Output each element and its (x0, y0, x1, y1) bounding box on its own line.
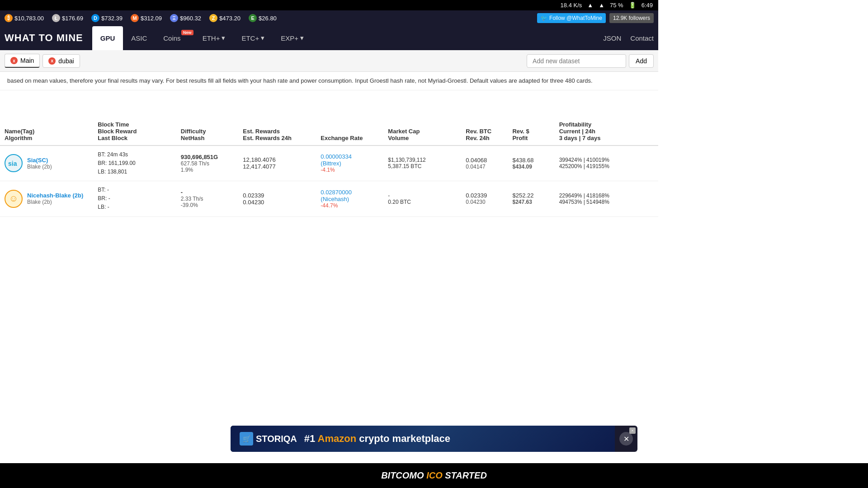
tab-main-close-icon[interactable]: x (10, 57, 18, 64)
market-cap-1: - (388, 192, 457, 199)
btc-icon: ₿ (5, 14, 13, 22)
th-algo-line2: Algorithm (5, 135, 89, 141)
nav-exp-plus[interactable]: EXP+ ▾ (273, 26, 312, 50)
coin-link-1[interactable]: Nicehash-Blake (2b) (27, 192, 83, 199)
zec-icon: Z (209, 14, 217, 22)
eth-icon: Ξ (170, 14, 178, 22)
market-cap-btc-0: 5,387.15 BTC (388, 163, 457, 169)
battery-level: 75 % (610, 2, 623, 9)
etc-icon: E (249, 14, 257, 22)
nav-eth-plus[interactable]: ETH+ ▾ (194, 26, 234, 50)
th-marketcap-label: Market Cap (388, 128, 457, 135)
twitter-icon: 🐦 (541, 15, 547, 21)
eth-plus-arrow-icon: ▾ (222, 34, 225, 42)
tab-dubai[interactable]: x dubai (42, 54, 80, 68)
exp-plus-arrow-icon: ▾ (300, 34, 304, 42)
eth-price: Ξ $960.32 (170, 14, 201, 22)
zec-value: $473.20 (219, 15, 241, 22)
th-marketcap: Market Cap Volume (383, 117, 461, 145)
tab-main-label: Main (20, 57, 34, 64)
difficulty-sub-1: 2.33 Th/s (181, 196, 234, 202)
th-last-block: Last Block (98, 135, 171, 141)
coin-link-0[interactable]: Sia(SC) (27, 157, 48, 164)
twitter-follow-section: 🐦 Follow @WhatToMine 12.9K followers (537, 13, 654, 23)
market-cap-0: $1,130,739,112 (388, 157, 457, 163)
connection-speed: 18.4 K/s (561, 2, 582, 9)
wifi-icon: ▲ (587, 2, 593, 9)
difficulty-pct-0: 1.9% (181, 167, 234, 173)
exchange-rate-link-0[interactable]: 0.00000334(Bittrex) (321, 153, 352, 167)
rewards-1: 0.02339 (243, 192, 311, 199)
table-row: ☺ Nicehash-Blake (2b) Blake (2b) BT: -BR… (0, 181, 658, 217)
th-block: Block Time Block Reward Last Block (93, 117, 176, 145)
th-revbtc-label: Rev. BTC (466, 128, 503, 135)
profitability-current-1: 229649% | 418168% (559, 192, 654, 199)
th-name: Name(Tag) Algorithm (0, 117, 93, 145)
algo-text-1: Blake (2b) (27, 199, 83, 205)
rev-24h-1: 0.04230 (466, 199, 503, 205)
nav-etc-plus-label: ETC+ (241, 34, 259, 42)
rewards-0: 12,180.4076 (243, 156, 311, 163)
nav-etc-plus[interactable]: ETC+ ▾ (233, 26, 273, 50)
exchange-change-0: -4.1% (321, 167, 379, 173)
th-exchange: Exchange Rate (316, 117, 383, 145)
xmr-icon: M (131, 14, 139, 22)
nav-gpu[interactable]: GPU (92, 26, 123, 50)
nav-asic[interactable]: ASIC (123, 26, 155, 50)
add-dataset-button[interactable]: Add (629, 54, 654, 68)
twitter-follow-button[interactable]: 🐦 Follow @WhatToMine (537, 13, 606, 23)
etc-value: $26.80 (259, 15, 277, 22)
rev-24h-0: 0.04147 (466, 164, 503, 170)
nav-json[interactable]: JSON (603, 34, 621, 42)
site-title: WHAT TO MINE (5, 26, 92, 50)
exchange-rate-link-1[interactable]: 0.02870000(Nicehash) (321, 189, 352, 202)
coin-logo-nicehash: ☺ (5, 190, 23, 208)
nav-bar: WHAT TO MINE GPU ASIC Coins New ETH+ ▾ E… (0, 26, 658, 50)
difficulty-pct-1: -39.0% (181, 202, 234, 208)
rewards-24h-1: 0.04230 (243, 199, 311, 206)
th-profit-label: Profit (512, 135, 550, 141)
profitability-days-0: 425200% | 419155% (559, 163, 654, 169)
th-profitability: Profitability Current | 24h 3 days | 7 d… (555, 117, 658, 145)
clock: 6:49 (642, 2, 653, 9)
th-nethash-label: NetHash (181, 135, 234, 141)
zec-price: Z $473.20 (209, 14, 241, 22)
th-difficulty: Difficulty NetHash (176, 117, 239, 145)
eth-value: $960.32 (180, 15, 201, 22)
xmr-value: $312.09 (141, 15, 162, 22)
tab-main[interactable]: x Main (5, 54, 40, 68)
rewards-24h-0: 12,417.4077 (243, 163, 311, 170)
svg-text:sia: sia (8, 160, 17, 167)
nav-right: JSON Contact (603, 34, 654, 42)
description-text: based on mean values, therefore your fin… (0, 72, 658, 90)
etc-price: E $26.80 (249, 14, 277, 22)
etc-plus-arrow-icon: ▾ (261, 34, 264, 42)
nav-contact[interactable]: Contact (630, 34, 654, 42)
th-difficulty-label: Difficulty (181, 128, 234, 135)
nav-exp-plus-label: EXP+ (281, 34, 298, 42)
tab-dubai-close-icon[interactable]: x (48, 57, 56, 65)
nav-coins[interactable]: Coins New (155, 26, 194, 50)
status-bar: 18.4 K/s ▲ ▲ 75 % 🔋 6:49 (0, 0, 658, 10)
th-volume-label: Volume (388, 135, 457, 141)
profit-1: $247.63 (512, 199, 550, 205)
ltc-price: Ł $176.69 (52, 14, 83, 22)
profit-0: $434.09 (512, 164, 550, 170)
difficulty-main-0: 930,696,851G (181, 154, 234, 160)
mining-table: Name(Tag) Algorithm Block Time Block Rew… (0, 117, 658, 217)
exchange-change-1: -44.7% (321, 202, 379, 209)
profitability-current-0: 399424% | 410019% (559, 157, 654, 163)
market-cap-btc-1: 0.20 BTC (388, 199, 457, 205)
nav-gpu-label: GPU (100, 34, 115, 42)
new-badge: New (181, 30, 193, 35)
dataset-input-field[interactable] (527, 54, 626, 68)
difficulty-sub-0: 627.58 Th/s (181, 160, 234, 167)
xmr-price: M $312.09 (131, 14, 162, 22)
dash-value: $732.39 (101, 15, 123, 22)
followers-badge: 12.9K followers (609, 13, 654, 23)
difficulty-main-1: - (181, 189, 234, 196)
nav-coins-label: Coins (163, 34, 180, 42)
tabs-bar: x Main x dubai Add (0, 50, 658, 72)
th-exchange-label: Exchange Rate (321, 135, 379, 141)
th-rewards-24h-label: Est. Rewards 24h (243, 135, 311, 141)
